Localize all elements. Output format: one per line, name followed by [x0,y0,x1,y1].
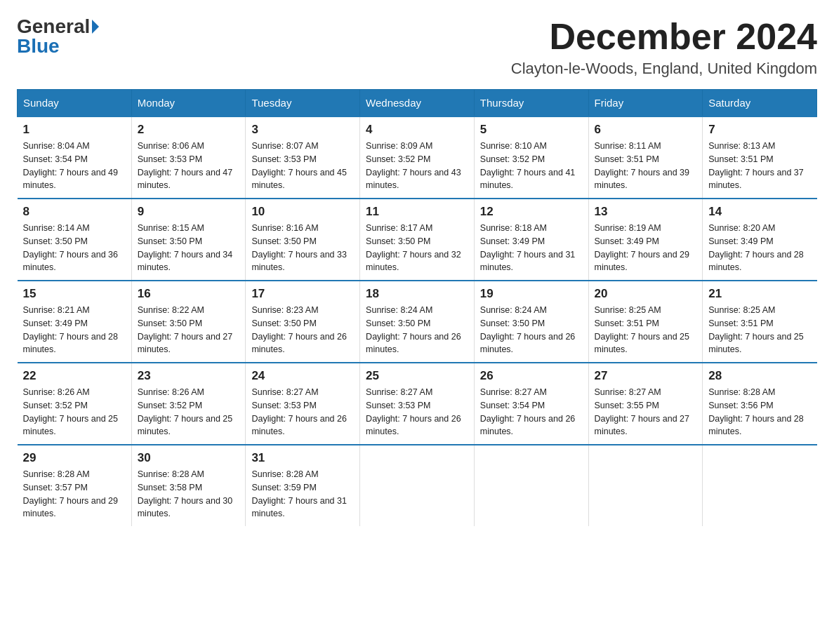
logo: General Blue [17,17,99,56]
calendar-week-row: 8 Sunrise: 8:14 AMSunset: 3:50 PMDayligh… [18,199,817,281]
page-header: General Blue December 2024 Clayton-le-Wo… [17,17,817,78]
day-number: 2 [138,123,240,137]
day-info: Sunrise: 8:20 AMSunset: 3:49 PMDaylight:… [708,223,804,272]
day-number: 13 [595,205,697,219]
day-number: 20 [595,287,697,301]
calendar-cell: 28 Sunrise: 8:28 AMSunset: 3:56 PMDaylig… [703,363,817,445]
calendar-cell: 6 Sunrise: 8:11 AMSunset: 3:51 PMDayligh… [588,116,703,199]
day-number: 1 [23,123,126,137]
calendar-cell: 2 Sunrise: 8:06 AMSunset: 3:53 PMDayligh… [131,116,246,199]
calendar-cell: 11 Sunrise: 8:17 AMSunset: 3:50 PMDaylig… [360,199,475,281]
day-number: 10 [251,205,354,219]
day-info: Sunrise: 8:22 AMSunset: 3:50 PMDaylight:… [138,305,233,354]
day-number: 23 [138,369,240,383]
header-tuesday: Tuesday [246,90,360,117]
header-monday: Monday [131,90,246,117]
calendar-cell: 5 Sunrise: 8:10 AMSunset: 3:52 PMDayligh… [474,116,588,199]
day-number: 16 [138,287,240,301]
calendar-cell: 14 Sunrise: 8:20 AMSunset: 3:49 PMDaylig… [703,199,817,281]
day-info: Sunrise: 8:25 AMSunset: 3:51 PMDaylight:… [595,305,690,354]
calendar-cell [360,445,475,526]
day-number: 18 [366,287,468,301]
day-info: Sunrise: 8:28 AMSunset: 3:56 PMDaylight:… [708,387,804,436]
calendar-cell: 26 Sunrise: 8:27 AMSunset: 3:54 PMDaylig… [474,363,588,445]
day-number: 6 [595,123,697,137]
header-saturday: Saturday [703,90,817,117]
calendar-cell: 31 Sunrise: 8:28 AMSunset: 3:59 PMDaylig… [246,445,360,526]
header-sunday: Sunday [18,90,132,117]
day-number: 30 [138,451,240,465]
day-number: 12 [480,205,583,219]
logo-general: General [17,17,90,36]
day-number: 31 [251,451,354,465]
calendar-cell: 8 Sunrise: 8:14 AMSunset: 3:50 PMDayligh… [18,199,132,281]
day-number: 8 [23,205,126,219]
day-info: Sunrise: 8:07 AMSunset: 3:53 PMDaylight:… [251,141,347,190]
calendar-cell: 7 Sunrise: 8:13 AMSunset: 3:51 PMDayligh… [703,116,817,199]
day-number: 7 [708,123,811,137]
day-info: Sunrise: 8:26 AMSunset: 3:52 PMDaylight:… [23,387,119,436]
day-number: 4 [366,123,468,137]
day-number: 3 [251,123,354,137]
calendar-week-row: 1 Sunrise: 8:04 AMSunset: 3:54 PMDayligh… [18,116,817,199]
day-info: Sunrise: 8:19 AMSunset: 3:49 PMDaylight:… [595,223,690,272]
day-number: 22 [23,369,126,383]
calendar-cell: 12 Sunrise: 8:18 AMSunset: 3:49 PMDaylig… [474,199,588,281]
day-info: Sunrise: 8:27 AMSunset: 3:55 PMDaylight:… [595,387,690,436]
day-info: Sunrise: 8:04 AMSunset: 3:54 PMDaylight:… [23,141,119,190]
calendar-cell: 25 Sunrise: 8:27 AMSunset: 3:53 PMDaylig… [360,363,475,445]
calendar-cell [588,445,703,526]
day-info: Sunrise: 8:24 AMSunset: 3:50 PMDaylight:… [480,305,576,354]
day-number: 21 [708,287,811,301]
day-info: Sunrise: 8:27 AMSunset: 3:53 PMDaylight:… [251,387,347,436]
calendar-cell: 17 Sunrise: 8:23 AMSunset: 3:50 PMDaylig… [246,281,360,363]
day-number: 28 [708,369,811,383]
day-info: Sunrise: 8:26 AMSunset: 3:52 PMDaylight:… [138,387,233,436]
day-number: 25 [366,369,468,383]
day-info: Sunrise: 8:28 AMSunset: 3:59 PMDaylight:… [251,469,347,518]
calendar-cell: 16 Sunrise: 8:22 AMSunset: 3:50 PMDaylig… [131,281,246,363]
day-info: Sunrise: 8:18 AMSunset: 3:49 PMDaylight:… [480,223,576,272]
calendar-week-row: 22 Sunrise: 8:26 AMSunset: 3:52 PMDaylig… [18,363,817,445]
calendar-week-row: 29 Sunrise: 8:28 AMSunset: 3:57 PMDaylig… [18,445,817,526]
day-number: 19 [480,287,583,301]
day-number: 26 [480,369,583,383]
day-info: Sunrise: 8:15 AMSunset: 3:50 PMDaylight:… [138,223,233,272]
day-info: Sunrise: 8:17 AMSunset: 3:50 PMDaylight:… [366,223,461,272]
calendar-cell: 30 Sunrise: 8:28 AMSunset: 3:58 PMDaylig… [131,445,246,526]
calendar-cell: 18 Sunrise: 8:24 AMSunset: 3:50 PMDaylig… [360,281,475,363]
location-title: Clayton-le-Woods, England, United Kingdo… [511,60,817,78]
header-friday: Friday [588,90,703,117]
day-info: Sunrise: 8:11 AMSunset: 3:51 PMDaylight:… [595,141,690,190]
day-number: 11 [366,205,468,219]
day-info: Sunrise: 8:21 AMSunset: 3:49 PMDaylight:… [23,305,119,354]
calendar-cell: 19 Sunrise: 8:24 AMSunset: 3:50 PMDaylig… [474,281,588,363]
title-area: December 2024 Clayton-le-Woods, England,… [511,17,817,78]
day-info: Sunrise: 8:27 AMSunset: 3:54 PMDaylight:… [480,387,576,436]
day-info: Sunrise: 8:06 AMSunset: 3:53 PMDaylight:… [138,141,233,190]
day-info: Sunrise: 8:27 AMSunset: 3:53 PMDaylight:… [366,387,461,436]
day-info: Sunrise: 8:09 AMSunset: 3:52 PMDaylight:… [366,141,461,190]
calendar-header-row: SundayMondayTuesdayWednesdayThursdayFrid… [18,90,817,117]
day-info: Sunrise: 8:10 AMSunset: 3:52 PMDaylight:… [480,141,576,190]
day-info: Sunrise: 8:23 AMSunset: 3:50 PMDaylight:… [251,305,347,354]
calendar-cell: 20 Sunrise: 8:25 AMSunset: 3:51 PMDaylig… [588,281,703,363]
calendar-cell: 13 Sunrise: 8:19 AMSunset: 3:49 PMDaylig… [588,199,703,281]
calendar-cell: 23 Sunrise: 8:26 AMSunset: 3:52 PMDaylig… [131,363,246,445]
calendar-cell: 1 Sunrise: 8:04 AMSunset: 3:54 PMDayligh… [18,116,132,199]
day-number: 29 [23,451,126,465]
logo-arrow-icon [92,20,99,34]
day-number: 17 [251,287,354,301]
calendar-cell: 10 Sunrise: 8:16 AMSunset: 3:50 PMDaylig… [246,199,360,281]
calendar-cell: 3 Sunrise: 8:07 AMSunset: 3:53 PMDayligh… [246,116,360,199]
day-info: Sunrise: 8:28 AMSunset: 3:58 PMDaylight:… [138,469,233,518]
day-number: 24 [251,369,354,383]
calendar-cell: 29 Sunrise: 8:28 AMSunset: 3:57 PMDaylig… [18,445,132,526]
day-number: 5 [480,123,583,137]
calendar-cell: 9 Sunrise: 8:15 AMSunset: 3:50 PMDayligh… [131,199,246,281]
day-info: Sunrise: 8:25 AMSunset: 3:51 PMDaylight:… [708,305,804,354]
calendar-cell: 15 Sunrise: 8:21 AMSunset: 3:49 PMDaylig… [18,281,132,363]
day-number: 15 [23,287,126,301]
calendar-cell: 21 Sunrise: 8:25 AMSunset: 3:51 PMDaylig… [703,281,817,363]
day-info: Sunrise: 8:13 AMSunset: 3:51 PMDaylight:… [708,141,804,190]
